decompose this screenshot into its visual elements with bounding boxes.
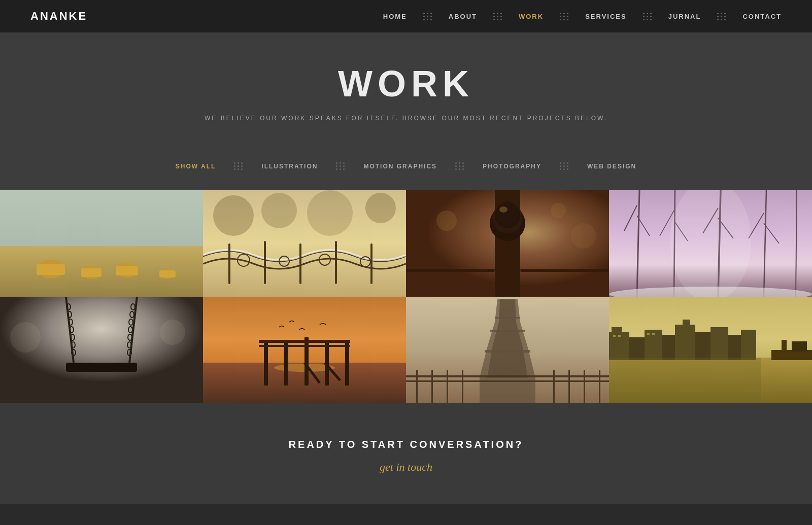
nav-home[interactable]: HOME — [383, 13, 407, 20]
svg-rect-83 — [259, 340, 350, 343]
nav-services[interactable]: SERVICES — [585, 13, 627, 20]
gallery-image-waterfront — [609, 297, 812, 403]
gallery-item-2[interactable] — [203, 190, 406, 297]
svg-rect-84 — [259, 345, 350, 347]
filter-bar: SHOW ALL ILLUSTRATION MOTION GRAPHICS PH… — [0, 147, 812, 190]
svg-point-73 — [10, 322, 41, 353]
gallery-image-swing — [0, 297, 203, 403]
svg-rect-101 — [406, 297, 609, 403]
gallery-image-purple-trees — [609, 190, 812, 297]
gallery-item-5[interactable] — [0, 297, 203, 403]
svg-point-54 — [670, 190, 751, 297]
gallery-image-hayfield — [0, 190, 203, 297]
filter-sep-1 — [234, 162, 243, 170]
filter-photography[interactable]: PHOTOGRAPHY — [483, 163, 542, 170]
filter-motion-graphics[interactable]: MOTION GRAPHICS — [363, 163, 437, 170]
gallery-image-eiffel — [406, 297, 609, 403]
footer-cta: READY TO START CONVERSATION? get in touc… — [0, 403, 812, 504]
svg-rect-25 — [203, 190, 406, 297]
page-wrapper: WORK WE BELIEVE OUR WORK SPEAKS FOR ITSE… — [0, 0, 812, 525]
hero-title: WORK — [0, 63, 812, 104]
filter-sep-2 — [336, 162, 345, 170]
nav-jurnal[interactable]: JURNAL — [668, 13, 701, 20]
filter-show-all[interactable]: SHOW ALL — [176, 163, 216, 170]
hero-section: WORK WE BELIEVE OUR WORK SPEAKS FOR ITSE… — [0, 32, 812, 147]
gallery-item-1[interactable] — [0, 190, 203, 297]
hero-subtitle: WE BELIEVE OUR WORK SPEAKS FOR ITSELF. B… — [0, 115, 812, 122]
gallery-image-pier-sunset — [203, 297, 406, 403]
gallery-grid — [0, 190, 812, 403]
svg-rect-123 — [609, 297, 812, 403]
bottom-bar — [0, 504, 812, 525]
header: ANANKE HOME ABOUT WORK SERVICES — [0, 0, 812, 32]
gallery-item-8[interactable] — [609, 297, 812, 403]
main-nav: HOME ABOUT WORK SERVICES — [383, 13, 782, 20]
cta-title: READY TO START CONVERSATION? — [0, 439, 812, 450]
filter-sep-3 — [455, 162, 464, 170]
gallery-item-6[interactable] — [203, 297, 406, 403]
gallery-image-post-bokeh — [406, 190, 609, 297]
svg-rect-80 — [304, 337, 309, 386]
gallery-image-fence-snow — [203, 190, 406, 297]
gallery-item-7[interactable] — [406, 297, 609, 403]
cta-link[interactable]: get in touch — [0, 461, 812, 474]
svg-rect-10 — [0, 190, 203, 297]
nav-separator-4 — [643, 13, 652, 20]
nav-separator-1 — [423, 13, 432, 20]
nav-separator-5 — [717, 13, 726, 20]
nav-contact[interactable]: CONTACT — [742, 13, 782, 20]
nav-separator-3 — [560, 13, 569, 20]
nav-separator-2 — [493, 13, 502, 20]
filter-sep-4 — [560, 162, 569, 170]
svg-rect-72 — [66, 363, 137, 372]
svg-point-74 — [160, 320, 185, 345]
gallery-item-3[interactable] — [406, 190, 609, 297]
svg-rect-38 — [406, 190, 609, 297]
svg-rect-79 — [284, 342, 288, 386]
gallery-item-4[interactable] — [609, 190, 812, 297]
site-logo[interactable]: ANANKE — [30, 10, 87, 23]
filter-web-design[interactable]: WEB DESIGN — [587, 163, 636, 170]
filter-illustration[interactable]: ILLUSTRATION — [261, 163, 318, 170]
nav-work[interactable]: WORK — [519, 13, 544, 20]
nav-about[interactable]: ABOUT — [449, 13, 477, 20]
